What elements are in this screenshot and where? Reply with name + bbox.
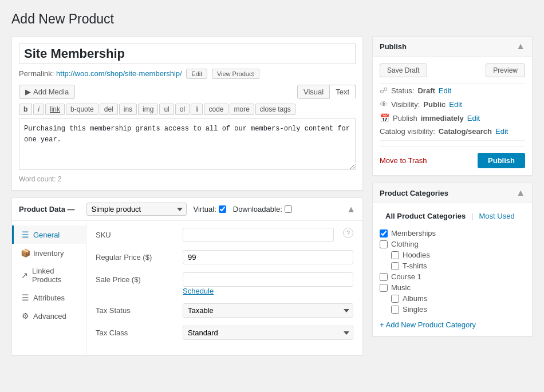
- category-label-singles: Singles: [403, 305, 427, 314]
- categories-panel-header: Product Categories ▲: [373, 183, 532, 203]
- sku-help-icon[interactable]: ?: [343, 228, 353, 238]
- nav-item-advanced[interactable]: ⚙ Advanced: [12, 307, 86, 325]
- downloadable-label: Downloadable:: [233, 205, 282, 213]
- category-checkbox-albums[interactable]: [391, 295, 399, 303]
- add-category-link[interactable]: + Add New Product Category: [380, 320, 476, 329]
- permalink-url[interactable]: http://woo.com/shop/site-membership/: [56, 69, 182, 78]
- fmt-bold[interactable]: b: [19, 104, 32, 115]
- product-type-select[interactable]: Simple product Grouped product External/…: [86, 203, 187, 216]
- nav-label-advanced: Advanced: [33, 312, 66, 320]
- visibility-edit-link[interactable]: Edit: [449, 100, 462, 109]
- tax-status-select[interactable]: Taxable Shipping only None: [183, 303, 353, 318]
- fmt-bquote[interactable]: b-quote: [66, 104, 98, 115]
- categories-panel-collapse-btn[interactable]: ▲: [516, 188, 525, 198]
- virtual-check-container: Virtual:: [194, 205, 226, 213]
- status-row: ☍ Status: Draft Edit: [380, 86, 525, 95]
- category-checkbox-memberships[interactable]: [380, 229, 388, 237]
- category-checkbox-course1[interactable]: [380, 273, 388, 281]
- tax-class-select[interactable]: Standard Reduced rate Zero rate: [183, 326, 353, 340]
- category-item-music: Music: [380, 282, 525, 293]
- virtual-checkbox[interactable]: [219, 205, 226, 213]
- regular-price-input[interactable]: [183, 250, 353, 264]
- linked-products-icon: ↗: [21, 271, 29, 280]
- product-data-title: Product Data —: [19, 205, 75, 213]
- category-checkbox-clothing[interactable]: [380, 240, 388, 248]
- sku-row: SKU ?: [96, 228, 353, 242]
- category-label-music: Music: [391, 283, 411, 292]
- nav-item-linked-products[interactable]: ↗ Linked Products: [12, 262, 86, 288]
- fmt-italic[interactable]: i: [33, 104, 44, 115]
- status-icon: ☍: [380, 86, 388, 95]
- permalink-view-button[interactable]: View Product: [212, 69, 259, 79]
- save-draft-button[interactable]: Save Draft: [380, 64, 427, 77]
- permalink-edit-button[interactable]: Edit: [186, 69, 207, 79]
- add-media-label: Add Media: [33, 88, 69, 96]
- publish-panel-collapse-btn[interactable]: ▲: [516, 41, 525, 52]
- category-label-memberships: Memberships: [391, 229, 436, 237]
- schedule-link[interactable]: Schedule: [183, 287, 214, 295]
- publish-button[interactable]: Publish: [478, 153, 525, 168]
- add-media-icon: ▶: [25, 88, 31, 96]
- fmt-li[interactable]: li: [191, 104, 203, 115]
- fmt-more[interactable]: more: [230, 104, 254, 115]
- nav-item-attributes[interactable]: ☰ Attributes: [12, 288, 86, 307]
- fmt-img[interactable]: img: [138, 104, 158, 115]
- product-title-input[interactable]: [19, 43, 356, 64]
- nav-item-general[interactable]: ☰ General: [12, 225, 86, 244]
- product-data-collapse-icon[interactable]: ▲: [346, 204, 356, 215]
- status-edit-link[interactable]: Edit: [439, 86, 451, 95]
- fmt-ins[interactable]: ins: [119, 104, 137, 115]
- status-value: Draft: [417, 86, 435, 95]
- category-checkbox-tshirts[interactable]: [391, 262, 399, 270]
- nav-label-general: General: [33, 231, 60, 239]
- fmt-del[interactable]: del: [100, 104, 118, 115]
- sale-price-field: Schedule: [183, 272, 353, 295]
- category-label-albums: Albums: [403, 294, 427, 303]
- visibility-icon: 👁: [380, 100, 388, 109]
- publish-timing-icon: 📅: [380, 113, 389, 122]
- fmt-close-tags[interactable]: close tags: [255, 104, 295, 115]
- tax-status-field: Taxable Shipping only None: [183, 303, 353, 318]
- downloadable-checkbox[interactable]: [285, 205, 292, 213]
- fmt-code[interactable]: code: [204, 104, 228, 115]
- category-label-course1: Course 1: [391, 272, 421, 281]
- sku-input[interactable]: [183, 228, 334, 242]
- publish-timing-row: 📅 Publish immediately Edit: [380, 113, 525, 122]
- visibility-value: Public: [423, 100, 446, 109]
- tax-status-label: Tax Status: [96, 303, 176, 315]
- general-icon: ☰: [21, 230, 30, 239]
- catalog-visibility-edit-link[interactable]: Edit: [495, 127, 508, 136]
- category-label-hoodies: Hoodies: [403, 251, 430, 259]
- fmt-ul[interactable]: ul: [159, 104, 174, 115]
- fmt-ol[interactable]: ol: [175, 104, 190, 115]
- visibility-row: 👁 Visibility: Public Edit: [380, 100, 525, 109]
- editor-content-textarea[interactable]: Purchasing this membership grants access…: [19, 118, 356, 170]
- word-count: Word count: 2: [19, 175, 356, 183]
- preview-button[interactable]: Preview: [486, 64, 525, 77]
- tab-visual[interactable]: Visual: [297, 85, 330, 99]
- sale-price-label: Sale Price ($): [96, 272, 176, 284]
- status-label: Status:: [391, 86, 414, 95]
- move-to-trash-button[interactable]: Move to Trash: [380, 156, 427, 165]
- advanced-icon: ⚙: [21, 311, 30, 320]
- category-checkbox-singles[interactable]: [391, 306, 399, 314]
- tab-text[interactable]: Text: [330, 85, 356, 99]
- category-checkbox-hoodies[interactable]: [391, 251, 399, 259]
- inventory-icon: 📦: [21, 248, 30, 258]
- publish-panel-header: Publish ▲: [373, 37, 532, 57]
- editor-tabs: Visual Text: [297, 85, 356, 99]
- sku-label: SKU: [96, 228, 176, 239]
- permalink-label: Permalink:: [19, 69, 54, 78]
- sale-price-input[interactable]: [183, 272, 353, 287]
- sale-price-row: Sale Price ($) Schedule: [96, 272, 353, 295]
- fmt-link[interactable]: link: [45, 104, 65, 115]
- publish-panel-title: Publish: [380, 42, 407, 51]
- category-item-memberships: Memberships: [380, 228, 525, 239]
- add-media-button[interactable]: ▶ Add Media: [19, 85, 75, 99]
- product-data-box: Product Data — Simple product Grouped pr…: [11, 197, 363, 355]
- category-checkbox-music[interactable]: [380, 284, 388, 292]
- tab-all-categories[interactable]: All Product Categories: [380, 210, 471, 222]
- publish-timing-edit-link[interactable]: Edit: [467, 114, 480, 122]
- tab-most-used-categories[interactable]: Most Used: [474, 210, 521, 222]
- nav-item-inventory[interactable]: 📦 Inventory: [12, 244, 86, 262]
